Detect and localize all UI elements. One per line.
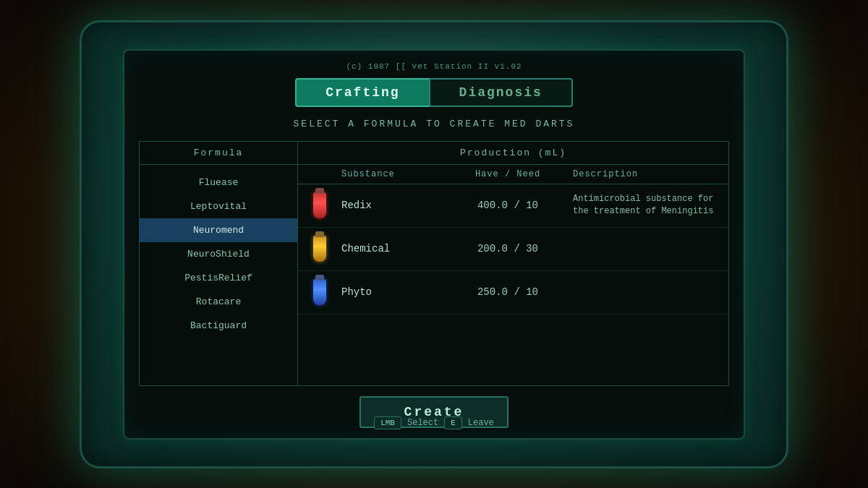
tab-diagnosis[interactable]: Diagnosis xyxy=(429,78,573,107)
formula-item-fluease[interactable]: Fluease xyxy=(140,171,297,194)
substance-icon-redix xyxy=(298,192,341,218)
copyright-text: (c) 1987 [[ Vet Station II v1.02 xyxy=(346,62,522,71)
monitor-screen: (c) 1987 [[ Vet Station II v1.02 Craftin… xyxy=(123,49,745,440)
substance-amount-redix: 400.0 / 10 xyxy=(457,200,558,211)
tab-crafting[interactable]: Crafting xyxy=(295,78,428,107)
substance-icon-phyto xyxy=(298,279,341,305)
formula-item-neuroshield[interactable]: NeuroShield xyxy=(140,242,297,266)
main-content: Formula Fluease Leptovital Neuromend Neu… xyxy=(139,141,729,386)
col-have-need-header: Have / Need xyxy=(457,169,558,179)
key-e: E xyxy=(444,416,462,429)
substance-desc-redix: Antimicrobial substance for the treatmen… xyxy=(558,193,728,218)
formula-item-rotacare[interactable]: Rotacare xyxy=(140,290,297,314)
substance-row-redix: Redix 400.0 / 10 Antimicrobial substance… xyxy=(298,184,728,228)
substance-icon-chemical xyxy=(298,236,341,262)
hotkeys-bar: LMB Select E Leave xyxy=(374,416,494,429)
subtitle-text: SELECT A FORMULA TO CREATE MED DARTS xyxy=(294,119,575,129)
formula-item-neuromend[interactable]: Neuromend xyxy=(140,218,297,242)
formula-item-pestisrelief[interactable]: PestisRelief xyxy=(140,266,297,290)
substance-name-phyto: Phyto xyxy=(341,286,457,298)
substance-name-chemical: Chemical xyxy=(341,243,457,254)
formula-item-bactiguard[interactable]: Bactiguard xyxy=(140,314,297,338)
formula-header: Formula xyxy=(140,142,297,165)
key-e-label: Leave xyxy=(468,418,494,428)
col-substance-header: Substance xyxy=(298,169,457,179)
vial-red-icon xyxy=(313,192,326,218)
vial-yellow-icon xyxy=(313,236,326,262)
formula-item-leptovital[interactable]: Leptovital xyxy=(140,194,297,218)
key-lmb: LMB xyxy=(374,416,401,429)
key-lmb-label: Select xyxy=(407,418,438,428)
tabs-row: Crafting Diagnosis xyxy=(295,78,573,107)
vial-blue-icon xyxy=(313,279,326,305)
production-header: Production (mL) xyxy=(298,142,728,165)
substance-row-phyto: Phyto 250.0 / 10 xyxy=(298,271,728,314)
substance-row-chemical: Chemical 200.0 / 30 xyxy=(298,228,728,271)
production-panel: Production (mL) Substance Have / Need De… xyxy=(298,141,729,386)
substance-amount-phyto: 250.0 / 10 xyxy=(457,286,558,298)
substance-name-redix: Redix xyxy=(341,200,457,211)
formula-panel: Formula Fluease Leptovital Neuromend Neu… xyxy=(139,141,298,386)
production-subheader: Substance Have / Need Description xyxy=(298,165,728,184)
substance-rows: Redix 400.0 / 10 Antimicrobial substance… xyxy=(298,184,728,385)
substance-amount-chemical: 200.0 / 30 xyxy=(457,243,558,254)
col-description-header: Description xyxy=(558,169,728,179)
monitor-outer: (c) 1987 [[ Vet Station II v1.02 Craftin… xyxy=(80,20,788,468)
formula-list: Fluease Leptovital Neuromend NeuroShield… xyxy=(140,165,297,385)
